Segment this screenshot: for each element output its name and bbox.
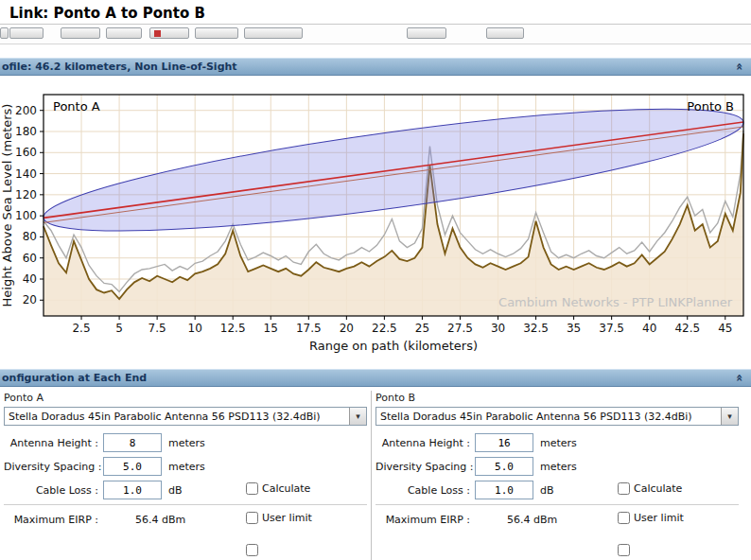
svg-text:Ponto B: Ponto B (687, 99, 734, 114)
toolbar-button[interactable] (486, 27, 524, 39)
antenna-height-row: Antenna Height : meters (376, 433, 739, 452)
partial-checkbox[interactable] (246, 544, 258, 556)
toolbar-button[interactable] (106, 27, 142, 39)
profile-chart: 2.557.51012.51517.52022.52527.53032.5353… (0, 81, 751, 369)
calculate-checkbox[interactable]: Calculate (618, 482, 682, 495)
svg-text:120: 120 (15, 188, 37, 201)
svg-text:140: 140 (15, 167, 37, 181)
toolbar-button[interactable] (149, 27, 189, 39)
toolbar-button[interactable] (407, 27, 446, 39)
calculate-checkbox-input[interactable] (618, 482, 630, 495)
cable-loss-input[interactable] (475, 481, 533, 499)
dropdown-arrow-icon[interactable]: ▾ (349, 408, 366, 425)
user-limit-checkbox[interactable]: User limit (246, 512, 312, 524)
calculate-checkbox[interactable]: Calculate (246, 482, 310, 495)
svg-text:160: 160 (15, 146, 37, 159)
cable-loss-row: Cable Loss : dB Calculate (4, 481, 367, 499)
svg-text:25: 25 (415, 322, 429, 335)
end-panel-a: Ponto A Stella Doradus 45in Parabolic An… (0, 389, 371, 560)
user-limit-label: User limit (262, 512, 312, 524)
svg-text:20: 20 (23, 293, 37, 306)
user-limit-checkbox[interactable]: User limit (618, 512, 684, 524)
unit-label: dB (168, 484, 183, 497)
unit-label: meters (540, 437, 577, 449)
toolbar (0, 25, 751, 44)
svg-text:10: 10 (188, 322, 202, 335)
toolbar-button[interactable] (9, 27, 44, 39)
svg-text:200: 200 (15, 104, 37, 117)
diversity-spacing-row: Diversity Spacing : meters (376, 457, 739, 476)
partial-checkbox-input[interactable] (618, 544, 630, 556)
toolbar-button[interactable] (244, 27, 303, 39)
toolbar-button[interactable] (61, 27, 100, 39)
unit-label: meters (540, 461, 577, 473)
page-title: Link: Ponto A to Ponto B (0, 0, 751, 25)
svg-text:Height Above Sea Level (meters: Height Above Sea Level (meters) (0, 104, 14, 307)
diversity-spacing-row: Diversity Spacing : meters (4, 457, 367, 476)
antenna-height-row: Antenna Height : meters (4, 433, 367, 452)
antenna-height-label: Antenna Height : (376, 437, 475, 449)
antenna-select[interactable]: Stella Doradus 45in Parabolic Antenna 56… (376, 407, 739, 426)
cable-loss-row: Cable Loss : dB Calculate (376, 481, 739, 499)
svg-text:32.5: 32.5 (523, 322, 549, 335)
svg-text:15: 15 (264, 322, 278, 335)
config-section-title: onfiguration at Each End (2, 372, 147, 384)
diversity-spacing-input[interactable] (475, 457, 533, 476)
svg-text:27.5: 27.5 (447, 322, 473, 335)
profile-section-header[interactable]: ofile: 46.2 kilometers, Non Line-of-Sigh… (0, 58, 751, 76)
svg-text:Cambium Networks - PTP LINKPla: Cambium Networks - PTP LINKPlanner (498, 295, 733, 309)
svg-text:37.5: 37.5 (599, 322, 624, 335)
toolbar-button[interactable] (195, 27, 238, 39)
max-eirp-value: 56.4 dBm (507, 514, 557, 526)
svg-text:180: 180 (15, 125, 37, 138)
profile-chart-section: 2.557.51012.51517.52022.52527.53032.5353… (0, 76, 751, 369)
svg-text:22.5: 22.5 (372, 322, 397, 335)
end-name: Ponto A (4, 392, 367, 404)
svg-text:80: 80 (23, 230, 37, 243)
partial-checkbox[interactable] (618, 544, 630, 556)
collapse-chevron-icon[interactable]: « (733, 374, 745, 381)
toolbar-edge-button[interactable] (0, 27, 9, 39)
antenna-height-input[interactable] (475, 433, 533, 452)
max-eirp-row: Maximum EIRP : 56.4 dBm User limit (4, 510, 367, 529)
end-name: Ponto B (376, 392, 739, 404)
calculate-checkbox-input[interactable] (246, 482, 258, 495)
user-limit-label: User limit (634, 512, 684, 524)
diversity-spacing-input[interactable] (103, 457, 162, 476)
user-limit-checkbox-input[interactable] (246, 512, 258, 524)
divider (4, 504, 367, 505)
svg-text:Range on path (kilometers): Range on path (kilometers) (309, 339, 478, 353)
partial-row (376, 542, 739, 560)
svg-text:12.5: 12.5 (220, 322, 246, 335)
svg-text:20: 20 (340, 322, 354, 335)
unit-label: meters (168, 437, 205, 449)
dropdown-arrow-icon[interactable]: ▾ (721, 408, 738, 425)
diversity-spacing-label: Diversity Spacing : (4, 461, 103, 473)
svg-text:45: 45 (718, 322, 732, 335)
calculate-label: Calculate (634, 482, 682, 495)
svg-text:100: 100 (15, 209, 37, 222)
antenna-height-label: Antenna Height : (4, 437, 103, 449)
calculate-label: Calculate (262, 482, 310, 495)
max-eirp-label: Maximum EIRP : (376, 514, 475, 526)
antenna-select[interactable]: Stella Doradus 45in Parabolic Antenna 56… (4, 407, 367, 426)
svg-text:Ponto A: Ponto A (53, 99, 100, 114)
config-section: Ponto A Stella Doradus 45in Parabolic An… (0, 387, 751, 560)
svg-text:40: 40 (23, 272, 37, 286)
partial-checkbox-input[interactable] (246, 544, 258, 556)
svg-text:5: 5 (115, 322, 123, 335)
svg-text:30: 30 (491, 322, 505, 335)
unit-label: dB (540, 484, 554, 497)
max-eirp-label: Maximum EIRP : (4, 514, 103, 526)
partial-row (4, 542, 367, 560)
max-eirp-value: 56.4 dBm (135, 514, 185, 526)
cable-loss-input[interactable] (103, 481, 162, 499)
antenna-select-value: Stella Doradus 45in Parabolic Antenna 56… (5, 411, 349, 423)
user-limit-checkbox-input[interactable] (618, 512, 630, 524)
svg-text:40: 40 (642, 322, 656, 335)
antenna-height-input[interactable] (103, 433, 162, 452)
config-section-header[interactable]: onfiguration at Each End « (0, 369, 751, 387)
diversity-spacing-label: Diversity Spacing : (376, 461, 475, 473)
unit-label: meters (168, 461, 205, 473)
collapse-chevron-icon[interactable]: « (733, 62, 745, 70)
